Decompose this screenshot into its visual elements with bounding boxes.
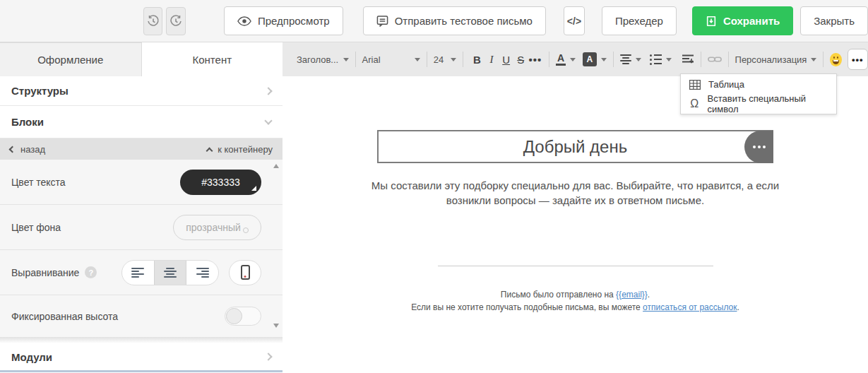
align-center-icon xyxy=(620,54,631,64)
font-size-value: 24 xyxy=(434,54,444,65)
align-dropdown[interactable] xyxy=(620,54,641,64)
omega-icon: Ω xyxy=(689,97,700,110)
menu-item-special-char[interactable]: Ω Вставить специальный символ xyxy=(681,94,836,113)
sidebar-item-structures[interactable]: Структуры xyxy=(0,76,283,106)
modules-label: Модули xyxy=(11,351,52,363)
background-color-value-pill[interactable]: прозрачный xyxy=(173,215,261,240)
strikethrough-button[interactable]: S xyxy=(513,50,528,69)
email-heading[interactable]: Добрый день xyxy=(523,137,627,157)
tab-design[interactable]: Оформление xyxy=(0,42,142,76)
more-formats-button[interactable]: ••• xyxy=(528,50,543,69)
chevron-down-icon xyxy=(811,58,816,61)
text-color-value-pill[interactable]: #333333 xyxy=(180,170,261,195)
toolbar-divider xyxy=(549,52,549,67)
link-button[interactable] xyxy=(708,55,722,64)
close-button[interactable]: Закрыть xyxy=(800,6,868,35)
save-label: Сохранить xyxy=(723,15,780,27)
chevron-down-icon xyxy=(264,117,272,124)
scroll-down-icon[interactable] xyxy=(273,324,279,328)
paragraph-style-value: Заголов... xyxy=(297,54,338,65)
toolbar-divider xyxy=(728,52,729,67)
message-icon xyxy=(376,15,388,27)
menu-item-special-char-label: Вставить специальный символ xyxy=(708,93,828,114)
chevron-down-icon xyxy=(666,58,672,61)
email-paragraph[interactable]: Мы составили эту подборку специально для… xyxy=(364,178,787,208)
sidebar-item-blocks[interactable]: Блоки xyxy=(0,106,283,138)
background-color-icon: A xyxy=(583,52,597,66)
panel-shadow xyxy=(0,338,283,343)
italic-button[interactable]: I xyxy=(484,50,499,69)
menu-item-table[interactable]: Таблица xyxy=(681,75,836,94)
personalization-dropdown[interactable]: Персонализация xyxy=(735,54,817,65)
send-test-email-button[interactable]: Отправить тестовое письмо xyxy=(363,6,546,35)
font-family-dropdown[interactable]: Arial xyxy=(362,54,420,65)
setting-background-color: Цвет фона прозрачный xyxy=(0,205,283,250)
help-icon[interactable]: ? xyxy=(85,266,97,278)
align-left-button[interactable] xyxy=(122,261,154,285)
to-container-label: к контейнеру xyxy=(218,144,273,155)
bold-button[interactable]: B xyxy=(470,50,484,69)
email-canvas: Добрый день Мы составили эту подборку сп… xyxy=(283,76,868,373)
block-settings-panel: Цвет текста #333333 Цвет фона прозрачный… xyxy=(0,160,283,338)
more-tools-menu: Таблица Ω Вставить специальный символ xyxy=(680,73,837,114)
fixed-height-label: Фиксированная высота xyxy=(11,311,118,322)
align-center-icon xyxy=(164,268,177,278)
toolbar-divider xyxy=(463,52,463,67)
block-options-button[interactable] xyxy=(744,131,773,163)
preview-label: Предпросмотр xyxy=(258,15,330,27)
edit-color-icon xyxy=(243,227,249,233)
selected-heading-block[interactable]: Добрый день xyxy=(377,130,773,163)
emoji-button[interactable] xyxy=(830,53,841,66)
chevron-right-icon xyxy=(264,353,272,360)
font-size-dropdown[interactable]: 24 xyxy=(434,54,457,65)
scroll-up-icon[interactable] xyxy=(273,164,279,168)
smartphone-icon xyxy=(241,265,250,280)
align-right-button[interactable] xyxy=(186,261,218,285)
code-icon: </> xyxy=(567,16,581,27)
table-icon xyxy=(689,80,701,90)
align-left-icon xyxy=(131,268,144,278)
mobile-view-button[interactable] xyxy=(229,260,261,285)
preheader-button[interactable]: Прехедер xyxy=(602,6,677,35)
preview-button[interactable]: Предпросмотр xyxy=(224,6,343,35)
redo-button[interactable] xyxy=(166,7,185,35)
unsubscribe-link[interactable]: отписаться от рассылок xyxy=(643,302,737,312)
sidebar-item-modules[interactable]: Модули xyxy=(0,343,283,370)
fixed-height-toggle[interactable] xyxy=(225,307,261,326)
line-spacing-button[interactable] xyxy=(682,54,694,64)
undo-history-icon xyxy=(146,14,160,28)
setting-text-color: Цвет текста #333333 xyxy=(0,160,283,205)
sidebar-bottom-divider xyxy=(0,370,283,372)
background-color-dropdown[interactable]: A xyxy=(583,52,607,66)
list-dropdown[interactable] xyxy=(650,54,672,65)
email-variable-link[interactable]: {{email}} xyxy=(616,290,648,300)
align-center-button[interactable] xyxy=(154,261,187,285)
paragraph-style-dropdown[interactable]: Заголов... xyxy=(297,54,349,65)
email-footer[interactable]: Письмо было отправлено на {{email}}. Есл… xyxy=(283,288,868,314)
blocks-label: Блоки xyxy=(11,116,44,128)
save-button[interactable]: Сохранить xyxy=(692,6,793,35)
more-tools-button[interactable]: ••• xyxy=(848,49,868,70)
text-color-dropdown[interactable]: A xyxy=(556,53,576,66)
chevron-down-icon xyxy=(601,58,607,61)
alignment-segmented-control xyxy=(121,260,219,285)
to-container-button[interactable]: к контейнеру xyxy=(207,144,273,155)
tab-content[interactable]: Контент xyxy=(142,42,283,76)
chevron-right-icon xyxy=(264,87,272,95)
send-test-email-label: Отправить тестовое письмо xyxy=(395,15,533,27)
html-code-button[interactable]: </> xyxy=(564,6,585,35)
personalization-label: Персонализация xyxy=(735,54,807,65)
save-icon xyxy=(706,16,717,27)
eye-icon xyxy=(237,16,251,26)
preheader-label: Прехедер xyxy=(615,15,663,27)
alignment-label: Выравнивание ? xyxy=(11,266,97,278)
setting-fixed-height: Фиксированная высота xyxy=(0,295,283,338)
undo-button[interactable] xyxy=(143,7,162,35)
text-color-label: Цвет текста xyxy=(11,177,66,188)
setting-alignment: Выравнивание ? xyxy=(0,250,283,295)
underline-button[interactable]: U xyxy=(499,50,513,69)
tab-design-label: Оформление xyxy=(37,54,103,66)
back-button[interactable]: назад xyxy=(10,144,45,155)
email-divider[interactable] xyxy=(438,266,713,266)
toolbar-divider xyxy=(355,52,356,67)
